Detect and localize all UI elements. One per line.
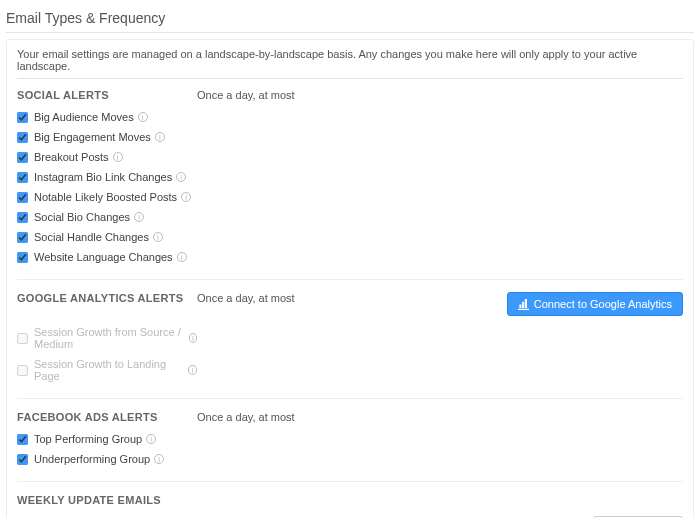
option-label: Top Performing Group — [34, 433, 142, 445]
connect-google-analytics-button[interactable]: Connect to Google Analytics — [507, 292, 683, 316]
section-title: GOOGLE ANALYTICS ALERTS — [17, 292, 197, 304]
button-label: Connect to Google Analytics — [534, 298, 672, 310]
info-icon[interactable]: i — [134, 212, 144, 222]
checkbox-top-performing-group[interactable] — [17, 434, 28, 445]
section-title: WEEKLY UPDATE EMAILS — [17, 494, 197, 506]
page-title: Email Types & Frequency — [6, 6, 694, 32]
section-title: FACEBOOK ADS ALERTS — [17, 411, 197, 423]
section-weekly-update: WEEKLY UPDATE EMAILS Social Summaryi Wee… — [17, 481, 683, 518]
section-frequency: Once a day, at most — [197, 411, 683, 423]
checkbox-big-engagement-moves[interactable] — [17, 132, 28, 143]
checkbox-instagram-bio-link[interactable] — [17, 172, 28, 183]
option-label: Website Language Changes — [34, 251, 173, 263]
checkbox-website-language-changes[interactable] — [17, 252, 28, 263]
divider — [17, 78, 683, 79]
option-label: Breakout Posts — [34, 151, 109, 163]
chart-icon — [518, 299, 529, 310]
info-icon[interactable]: i — [146, 434, 156, 444]
info-icon[interactable]: i — [155, 132, 165, 142]
divider — [6, 32, 694, 33]
section-social-alerts: SOCIAL ALERTS Once a day, at most Big Au… — [17, 85, 683, 279]
section-title: SOCIAL ALERTS — [17, 89, 197, 101]
option-label: Big Audience Moves — [34, 111, 134, 123]
option-label: Notable Likely Boosted Posts — [34, 191, 177, 203]
info-icon[interactable]: i — [176, 172, 186, 182]
page-description: Your email settings are managed on a lan… — [17, 48, 683, 72]
section-frequency: Once a day, at most — [197, 89, 683, 101]
info-icon[interactable]: i — [188, 365, 197, 375]
info-icon[interactable]: i — [138, 112, 148, 122]
checkbox-underperforming-group[interactable] — [17, 454, 28, 465]
checkbox-session-growth-source — [17, 333, 28, 344]
checkbox-notable-boosted[interactable] — [17, 192, 28, 203]
option-label: Session Growth from Source / Medium — [34, 326, 185, 350]
section-frequency: Once a day, at most — [197, 292, 507, 304]
info-icon[interactable]: i — [177, 252, 187, 262]
checkbox-big-audience-moves[interactable] — [17, 112, 28, 123]
checkbox-social-handle-changes[interactable] — [17, 232, 28, 243]
section-google-analytics: GOOGLE ANALYTICS ALERTS Once a day, at m… — [17, 279, 683, 398]
section-facebook-ads: FACEBOOK ADS ALERTS Once a day, at most … — [17, 398, 683, 481]
checkbox-social-bio-changes[interactable] — [17, 212, 28, 223]
settings-panel: Your email settings are managed on a lan… — [6, 39, 694, 518]
option-label: Underperforming Group — [34, 453, 150, 465]
option-label: Social Handle Changes — [34, 231, 149, 243]
info-icon[interactable]: i — [189, 333, 197, 343]
info-icon[interactable]: i — [154, 454, 164, 464]
checkbox-breakout-posts[interactable] — [17, 152, 28, 163]
info-icon[interactable]: i — [181, 192, 191, 202]
option-label: Instagram Bio Link Changes — [34, 171, 172, 183]
checkbox-session-growth-landing — [17, 365, 28, 376]
option-label: Session Growth to Landing Page — [34, 358, 184, 382]
option-label: Social Bio Changes — [34, 211, 130, 223]
option-label: Big Engagement Moves — [34, 131, 151, 143]
info-icon[interactable]: i — [153, 232, 163, 242]
info-icon[interactable]: i — [113, 152, 123, 162]
